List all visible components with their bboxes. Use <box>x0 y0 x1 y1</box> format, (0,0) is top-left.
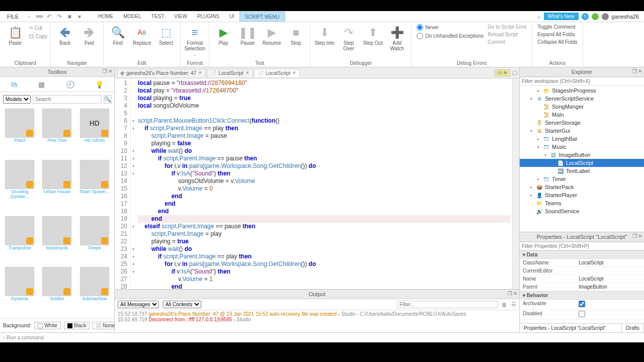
close-icon[interactable]: ✕ <box>292 70 296 75</box>
toolbox-item[interactable]: Drooling Zombie... <box>2 160 37 214</box>
tree-node[interactable]: 🔊SoundService <box>520 207 644 215</box>
toolbox-undock-icon[interactable]: ❐ <box>103 68 107 74</box>
stop-button[interactable]: ■Stop <box>285 23 307 46</box>
replace-button[interactable]: ABReplace <box>131 23 153 46</box>
toolbox-tab-recent-icon[interactable]: 🕘 <box>66 80 74 88</box>
props-tab-properties[interactable]: Properties - LocalScript "LocalScript" <box>520 324 622 332</box>
goto-error-link[interactable]: Go to Script Error <box>488 24 527 30</box>
explorer-undock-icon[interactable]: ❐ <box>632 68 637 74</box>
command-bar[interactable]: ›Run a command <box>0 332 644 342</box>
qat-new-icon[interactable]: ▫ <box>26 13 33 20</box>
tree-node[interactable]: ▾🖼ImageButton <box>520 151 644 159</box>
output-clear-icon[interactable]: 🗑 <box>502 302 507 308</box>
never-radio[interactable]: Never <box>417 24 484 31</box>
close-icon[interactable]: ✕ <box>198 70 202 75</box>
sync-icon[interactable] <box>592 13 599 20</box>
collapse-folds-link[interactable]: Collapse All Folds <box>537 39 577 45</box>
bg-black-button[interactable]: Black <box>64 322 90 329</box>
toolbox-item[interactable]: Soldier <box>39 267 74 316</box>
tab-overflow-icon[interactable]: ▢ <box>512 69 517 76</box>
toolbox-search-input[interactable] <box>33 95 102 104</box>
fwd-button[interactable]: 🡺Fwd <box>78 23 100 46</box>
tab-plugins[interactable]: PLUGINS <box>192 12 224 22</box>
property-row[interactable]: ClassNameLocalScript <box>520 259 644 267</box>
tree-node[interactable]: ▸📁StagesInProgress <box>520 86 644 95</box>
expand-folds-link[interactable]: Expand All Folds <box>537 32 577 37</box>
tree-node[interactable]: 📄LocalScript <box>520 159 644 167</box>
back-button[interactable]: 🡸Back <box>54 23 76 46</box>
reload-script-link[interactable]: Reload Script <box>488 32 527 37</box>
qat-binoculars-icon[interactable]: 👓 <box>36 13 43 20</box>
toolbox-item[interactable]: HDHD Admin <box>77 109 112 158</box>
toolbox-item[interactable]: Pine Tree <box>39 109 74 158</box>
file-menu[interactable]: FILE <box>2 12 24 21</box>
explorer-close-icon[interactable]: ✕ <box>638 68 642 74</box>
toolbox-item[interactable]: Team Spawn... <box>77 160 112 214</box>
paste-button[interactable]: 📋Paste <box>3 23 27 46</box>
select-button[interactable]: ⬚Select <box>155 23 177 46</box>
property-row[interactable]: NameLocalScript <box>520 275 644 283</box>
pause-button[interactable]: ❚❚Pause <box>236 23 259 46</box>
commit-link[interactable]: Commit <box>488 39 527 45</box>
toolbox-tab-creations-icon[interactable]: 💡 <box>95 80 104 88</box>
document-tab[interactable]: 📄LocalScript✕ <box>207 69 253 77</box>
property-row[interactable]: Archivable <box>520 300 644 310</box>
property-row[interactable]: Disabled <box>520 310 644 320</box>
props-undock-icon[interactable]: ❐ <box>632 233 637 239</box>
output-filter-input[interactable] <box>397 301 498 308</box>
step-out-button[interactable]: ⬆Step Out <box>362 23 384 46</box>
tab-model[interactable]: MODEL <box>118 12 146 22</box>
property-row[interactable]: ParentImageButton <box>520 283 644 291</box>
tree-node[interactable]: ▸👤StarterPlayer <box>520 191 644 199</box>
copy-button[interactable]: ⿻ Copy <box>29 34 47 39</box>
find-button[interactable]: 🔍Find <box>107 23 129 46</box>
toolbox-tab-marketplace-icon[interactable]: 🛍 <box>11 80 18 88</box>
tree-node[interactable]: ▾🗔Music <box>520 143 644 151</box>
play-button[interactable]: ▶Play <box>212 23 234 46</box>
toolbox-close-icon[interactable]: ✕ <box>108 68 112 74</box>
output-settings-icon[interactable]: ☰ <box>511 301 516 308</box>
toolbox-search-button[interactable]: 🔍 <box>104 95 112 104</box>
tree-node[interactable]: ▸🗔Timer <box>520 175 644 183</box>
tab-home[interactable]: HOME <box>93 12 118 22</box>
toolbox-item[interactable]: Urban House <box>39 160 74 214</box>
qat-more-icon[interactable]: ▾ <box>76 13 83 20</box>
output-context-select[interactable]: All Contexts <box>163 301 201 308</box>
toggle-comment-link[interactable]: Toggle Comment <box>537 24 577 30</box>
tree-node[interactable]: 📜SongManger <box>520 103 644 111</box>
tree-node[interactable]: 🗄ServerStorage <box>520 119 644 127</box>
tree-node[interactable]: 📜Main <box>520 111 644 119</box>
toolbox-category-select[interactable]: Models <box>3 95 31 104</box>
props-tab-drafts[interactable]: Drafts <box>622 324 644 332</box>
unhandled-radio[interactable]: On Unhandled Exceptions <box>417 33 484 39</box>
document-tab[interactable]: ⊕ganesha26's Place Number: 47✕ <box>117 69 206 77</box>
step-into-button[interactable]: ⬇Step Into <box>313 23 336 46</box>
step-over-button[interactable]: ↷Step Over <box>338 23 360 51</box>
output-undock-icon[interactable]: ❐ <box>508 291 512 296</box>
properties-filter-input[interactable] <box>520 242 644 250</box>
output-close-icon[interactable]: ✕ <box>513 291 517 296</box>
tab-view[interactable]: VIEW <box>169 12 192 22</box>
qat-redo-icon[interactable]: ↷ <box>56 13 63 20</box>
updates-icon[interactable]: ⌂ <box>537 14 541 20</box>
close-icon[interactable]: ✕ <box>246 70 250 75</box>
toolbox-item[interactable]: Trampoline <box>2 216 37 265</box>
explorer-filter-input[interactable] <box>520 77 644 85</box>
property-row[interactable]: CurrentEditor <box>520 267 644 275</box>
qat-save-icon[interactable]: ■ <box>66 13 73 20</box>
code-editor[interactable]: 1234567891011121314151617181920212223242… <box>115 78 519 289</box>
toolbox-tab-inventory-icon[interactable]: ▦ <box>38 80 45 88</box>
resume-button[interactable]: ▶Resume <box>261 23 283 46</box>
tree-node[interactable]: 📁Teams <box>520 199 644 207</box>
toolbox-item[interactable]: Firepit <box>77 216 112 265</box>
qat-undo-icon[interactable]: ↶ <box>46 13 53 20</box>
explorer-tree[interactable]: ▸📁StagesInProgress▾⚙ServerScriptService📜… <box>520 85 644 232</box>
document-tab[interactable]: 📄LocalScript✕ <box>254 69 300 77</box>
format-selection-button[interactable]: ≡Format Selection . <box>184 23 206 57</box>
tree-node[interactable]: ▸📦StarterPack <box>520 183 644 191</box>
tree-node[interactable]: 🔤TextLabel <box>520 167 644 175</box>
tab-ui[interactable]: UI <box>224 12 239 22</box>
help-icon[interactable]: ? <box>582 13 589 20</box>
tree-node[interactable]: ▾⚙ServerScriptService <box>520 95 644 103</box>
tree-node[interactable]: ▸🗔LengthBar <box>520 135 644 143</box>
